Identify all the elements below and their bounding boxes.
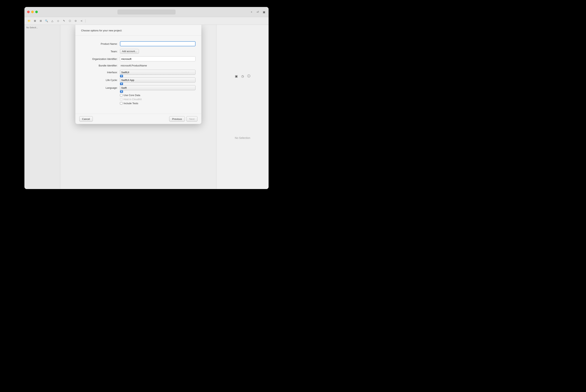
sidebar: No Selecti... [25, 25, 60, 189]
new-project-sheet: Choose options for your new project: Pro… [75, 25, 201, 124]
language-stepper[interactable]: ⬍ [120, 90, 123, 93]
interface-row: Interface: SwiftUI Storyboard ⬍ [81, 70, 196, 75]
titlebar-icons: ＋ ⏎ ▣ [250, 10, 266, 14]
add-icon[interactable]: ＋ [250, 10, 253, 14]
source-icon[interactable]: ⊠ [33, 18, 37, 23]
editor-area: Choose options for your new project: Pro… [60, 25, 216, 189]
maximize-button[interactable] [35, 11, 38, 13]
titlebar: ＋ ⏎ ▣ [25, 7, 269, 17]
previous-button[interactable]: Previous [169, 116, 185, 122]
close-button[interactable] [27, 11, 30, 13]
add-account-button[interactable]: Add account... [120, 49, 139, 54]
lifecycle-label: Life Cycle: [81, 79, 120, 82]
interface-select[interactable]: SwiftUI Storyboard [120, 70, 196, 75]
language-select[interactable]: Swift Objective-C [120, 85, 196, 90]
lifecycle-row: Life Cycle: SwiftUI App UIKit App Delega… [81, 78, 196, 82]
lifecycle-select[interactable]: SwiftUI App UIKit App Delegate [120, 78, 196, 82]
team-label: Team: [81, 50, 120, 53]
language-label: Language: [81, 86, 120, 89]
toolbar: 📁 ⊠ ⊞ 🔍 △ ◇ ✎ ⬡ ⊙ ≺ [25, 17, 269, 25]
lifecycle-stepper[interactable]: ⬍ [120, 82, 123, 85]
product-name-input[interactable] [120, 41, 196, 46]
sheet-footer: Cancel Previous Next [75, 114, 201, 124]
main-content: No Selecti... Choose options for your ne… [25, 25, 269, 189]
host-cloudkit-checkbox[interactable] [120, 98, 123, 100]
org-identifier-label: Organization Identifier: [81, 58, 120, 60]
interface-label: Interface: [81, 71, 120, 74]
hex-icon[interactable]: ⬡ [68, 18, 72, 23]
lifecycle-select-wrapper: SwiftUI App UIKit App Delegate ⬍ [120, 78, 196, 82]
interface-stepper[interactable]: ⬍ [120, 75, 123, 77]
sidebar-no-selection: No Selecti... [25, 25, 60, 30]
product-name-label: Product Name: [81, 42, 120, 45]
product-name-row: Product Name: [81, 41, 196, 46]
interface-select-wrapper: SwiftUI Storyboard ⬍ [120, 70, 196, 75]
use-core-data-checkbox[interactable] [120, 94, 123, 96]
main-window: ＋ ⏎ ▣ 📁 ⊠ ⊞ 🔍 △ ◇ ✎ ⬡ ⊙ ≺ No Selecti... [25, 7, 269, 189]
right-panel: ▣ ◷ ⓘ No Selection [216, 25, 269, 189]
sheet-title: Choose options for your new project: [81, 29, 122, 32]
panel-icon[interactable]: ▣ [262, 10, 266, 14]
right-panel-no-selection: No Selection [235, 136, 250, 140]
minimize-button[interactable] [31, 11, 34, 13]
sheet-overlay: Choose options for your new project: Pro… [60, 25, 216, 189]
team-row: Team: Add account... [81, 49, 196, 54]
chevron-left-icon[interactable]: ≺ [79, 18, 84, 23]
language-row: Language: Swift Objective-C ⬍ [81, 85, 196, 90]
host-cloudkit-label: Host in CloudKit [124, 98, 142, 101]
traffic-lights [27, 11, 38, 13]
language-select-wrapper: Swift Objective-C ⬍ [120, 85, 196, 90]
search-input[interactable] [118, 10, 176, 14]
use-core-data-row: Use Core Data [120, 94, 196, 97]
org-identifier-row: Organization Identifier: [81, 56, 196, 62]
sheet-body: Product Name: Team: Add account... [75, 36, 201, 114]
next-button[interactable]: Next [186, 116, 198, 122]
sheet-header: Choose options for your new project: [75, 25, 201, 36]
right-panel-icon-1[interactable]: ▣ [235, 74, 238, 78]
warning-icon[interactable]: △ [50, 18, 55, 23]
include-tests-row: Include Tests [120, 102, 196, 105]
bundle-identifier-value: microsoft.ProductName [120, 64, 196, 67]
include-tests-label: Include Tests [124, 102, 138, 105]
search-icon[interactable]: 🔍 [44, 18, 49, 23]
folder-icon[interactable]: 📁 [27, 18, 32, 23]
right-panel-icon-3[interactable]: ⓘ [247, 74, 251, 78]
bundle-identifier-label: Bundle Identifier: [81, 64, 120, 67]
shape-icon[interactable]: ◇ [56, 18, 61, 23]
bundle-identifier-row: Bundle Identifier: microsoft.ProductName [81, 64, 196, 67]
circle-icon[interactable]: ⊙ [73, 18, 78, 23]
enter-icon[interactable]: ⏎ [256, 10, 260, 14]
right-panel-icon-2[interactable]: ◷ [241, 74, 245, 78]
grid-icon[interactable]: ⊞ [38, 18, 43, 23]
org-identifier-input[interactable] [120, 56, 196, 62]
separator [85, 19, 86, 23]
checkboxes-area: Use Core Data Host in CloudKit Include T… [120, 93, 196, 105]
include-tests-checkbox[interactable] [120, 102, 123, 104]
use-core-data-label: Use Core Data [124, 94, 140, 97]
host-cloudkit-row: Host in CloudKit [120, 98, 196, 101]
edit-icon[interactable]: ✎ [62, 18, 66, 23]
cancel-button[interactable]: Cancel [79, 116, 93, 122]
